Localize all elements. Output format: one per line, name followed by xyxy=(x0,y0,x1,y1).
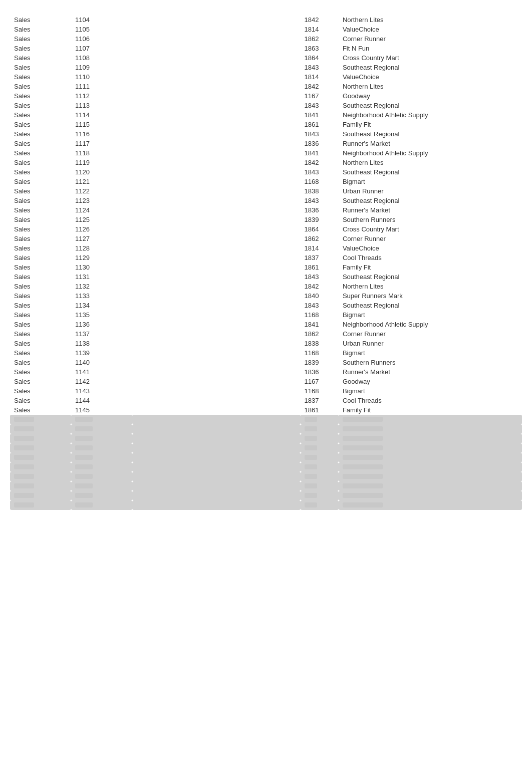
row-num: 1135 xyxy=(71,310,132,320)
row-id: 1814 xyxy=(301,25,339,34)
table-row: Sales 1105 1814 ValueChoice xyxy=(10,25,522,34)
row-type: Sales xyxy=(10,405,71,415)
table-row: Sales 1117 1836 Runner's Market xyxy=(10,139,522,148)
row-type: Sales xyxy=(10,386,71,396)
row-type: Sales xyxy=(10,196,71,205)
row-name: Southeast Regional xyxy=(339,301,522,310)
row-name: Super Runners Mark xyxy=(339,291,522,301)
row-num: 1139 xyxy=(71,348,132,358)
row-num: 1118 xyxy=(71,148,132,158)
blurred-cell xyxy=(10,434,71,443)
row-id: 1839 xyxy=(301,215,339,224)
row-id: 1862 xyxy=(301,34,339,44)
row-gap xyxy=(132,91,301,101)
row-gap xyxy=(132,139,301,148)
row-id: 1843 xyxy=(301,167,339,177)
row-id: 1843 xyxy=(301,272,339,282)
blurred-cell xyxy=(301,472,339,481)
row-id: 1168 xyxy=(301,177,339,186)
row-type: Sales xyxy=(10,186,71,196)
table-row: Sales 1127 1862 Corner Runner xyxy=(10,234,522,243)
table-row: Sales 1145 1861 Family Fit xyxy=(10,405,522,415)
row-gap xyxy=(132,263,301,272)
blurred-cell xyxy=(132,415,301,424)
row-id: 1839 xyxy=(301,358,339,367)
row-num: 1127 xyxy=(71,234,132,243)
row-name: Neighborhood Athletic Supply xyxy=(339,148,522,158)
row-name: Northern Lites xyxy=(339,82,522,91)
row-id: 1841 xyxy=(301,148,339,158)
blurred-cell xyxy=(71,481,132,491)
row-id: 1837 xyxy=(301,396,339,405)
row-gap xyxy=(132,44,301,53)
row-name: Cross Country Mart xyxy=(339,53,522,63)
row-gap xyxy=(132,291,301,301)
row-num: 1115 xyxy=(71,120,132,129)
row-type: Sales xyxy=(10,15,71,25)
table-row: Sales 1119 1842 Northern Lites xyxy=(10,158,522,167)
row-type: Sales xyxy=(10,91,71,101)
row-gap xyxy=(132,34,301,44)
blurred-cell xyxy=(301,481,339,491)
row-num: 1138 xyxy=(71,339,132,348)
row-name: Bigmart xyxy=(339,348,522,358)
row-gap xyxy=(132,148,301,158)
row-type: Sales xyxy=(10,129,71,139)
row-type: Sales xyxy=(10,120,71,129)
table-row: Sales 1115 1861 Family Fit xyxy=(10,120,522,129)
row-num: 1137 xyxy=(71,329,132,339)
row-type: Sales xyxy=(10,44,71,53)
blurred-cell xyxy=(132,434,301,443)
row-gap xyxy=(132,215,301,224)
row-num: 1131 xyxy=(71,272,132,282)
blurred-cell xyxy=(301,415,339,424)
row-num: 1120 xyxy=(71,167,132,177)
blurred-cell xyxy=(71,424,132,434)
row-name: Urban Runner xyxy=(339,339,522,348)
row-id: 1843 xyxy=(301,101,339,110)
row-id: 1167 xyxy=(301,91,339,101)
table-row: Sales 1144 1837 Cool Threads xyxy=(10,396,522,405)
table-row-blurred xyxy=(10,491,522,500)
blurred-cell xyxy=(301,491,339,500)
table-row: Sales 1136 1841 Neighborhood Athletic Su… xyxy=(10,320,522,329)
row-type: Sales xyxy=(10,72,71,82)
blurred-cell xyxy=(339,481,522,491)
row-gap xyxy=(132,329,301,339)
row-name: Neighborhood Athletic Supply xyxy=(339,110,522,120)
row-id: 1168 xyxy=(301,310,339,320)
row-gap xyxy=(132,243,301,253)
blurred-cell xyxy=(10,443,71,453)
row-type: Sales xyxy=(10,205,71,215)
row-id: 1843 xyxy=(301,301,339,310)
table-row: Sales 1124 1836 Runner's Market xyxy=(10,205,522,215)
blurred-cell xyxy=(339,434,522,443)
row-name: Fit N Fun xyxy=(339,44,522,53)
table-row: Sales 1142 1167 Goodway xyxy=(10,377,522,386)
row-name: ValueChoice xyxy=(339,72,522,82)
row-id: 1814 xyxy=(301,243,339,253)
row-num: 1112 xyxy=(71,91,132,101)
row-gap xyxy=(132,72,301,82)
row-type: Sales xyxy=(10,358,71,367)
row-gap xyxy=(132,82,301,91)
row-id: 1838 xyxy=(301,339,339,348)
blurred-cell xyxy=(301,443,339,453)
row-type: Sales xyxy=(10,177,71,186)
row-num: 1123 xyxy=(71,196,132,205)
table-row-blurred xyxy=(10,462,522,472)
row-gap xyxy=(132,186,301,196)
row-gap xyxy=(132,348,301,358)
row-type: Sales xyxy=(10,282,71,291)
blurred-cell xyxy=(71,472,132,481)
table-row: Sales 1143 1168 Bigmart xyxy=(10,386,522,396)
row-id: 1864 xyxy=(301,224,339,234)
table-row: Sales 1139 1168 Bigmart xyxy=(10,348,522,358)
blurred-cell xyxy=(301,434,339,443)
row-name: Goodway xyxy=(339,91,522,101)
row-type: Sales xyxy=(10,348,71,358)
row-name: Bigmart xyxy=(339,310,522,320)
row-name: ValueChoice xyxy=(339,25,522,34)
table-row: Sales 1107 1863 Fit N Fun xyxy=(10,44,522,53)
row-name: Goodway xyxy=(339,377,522,386)
